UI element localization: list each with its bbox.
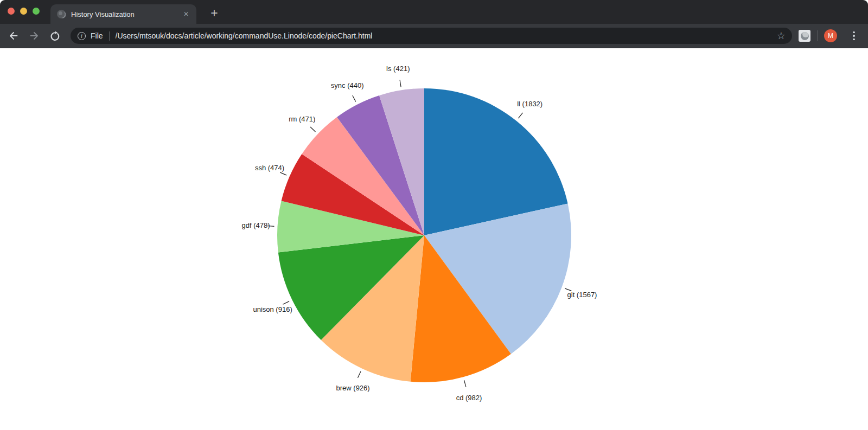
forward-arrow-icon: [29, 30, 40, 41]
window-zoom-button[interactable]: [33, 8, 40, 15]
pie-label-unison: unison (916): [253, 305, 292, 313]
pie-chart: ll (1832)git (1567)cd (982)brew (926)uni…: [0, 48, 868, 430]
browser-menu-icon[interactable]: [850, 29, 858, 42]
pie-label-git: git (1567): [567, 291, 597, 299]
pie-label-tick-rm: [310, 127, 315, 132]
browser-toolbar: i File /Users/mtsouk/docs/article/workin…: [0, 24, 868, 48]
url-chip-divider: [109, 31, 110, 41]
url-bar[interactable]: i File /Users/mtsouk/docs/article/workin…: [71, 28, 792, 44]
pie-label-tick-brew: [358, 371, 360, 378]
pie-label-tick-ls: [400, 80, 401, 87]
new-tab-button[interactable]: +: [206, 5, 222, 21]
pie-label-tick-unison: [283, 301, 289, 305]
url-scheme-chip: File: [91, 31, 103, 40]
pie-label-brew: brew (926): [336, 384, 370, 392]
pie-label-ssh: ssh (474): [255, 164, 284, 172]
pie-label-tick-sync: [353, 95, 356, 102]
tab-close-icon[interactable]: ✕: [181, 9, 191, 19]
forward-button[interactable]: [28, 29, 41, 42]
pie-label-ls: ls (421): [386, 65, 410, 73]
pie-label-tick-ssh: [280, 172, 286, 175]
pie-label-gdf: gdf (478): [242, 221, 270, 229]
extension-icon[interactable]: [799, 30, 810, 42]
page-content: ll (1832)git (1567)cd (982)brew (926)uni…: [0, 48, 868, 430]
reload-button[interactable]: [48, 29, 61, 42]
back-button[interactable]: [7, 29, 20, 42]
bookmark-star-icon[interactable]: ☆: [777, 31, 786, 41]
window-close-button[interactable]: [8, 8, 15, 15]
profile-avatar[interactable]: M: [824, 29, 837, 42]
toolbar-divider: [817, 30, 818, 41]
pie-label-tick-cd: [464, 380, 465, 387]
tab-strip: History Visualization ✕ +: [0, 0, 868, 24]
pie-label-tick-ll: [518, 113, 522, 118]
pie-label-ll: ll (1832): [517, 100, 542, 108]
tab-history-visualization[interactable]: History Visualization ✕: [50, 4, 196, 24]
tab-favicon-icon: [57, 10, 66, 18]
url-text[interactable]: /Users/mtsouk/docs/article/working/comma…: [116, 31, 373, 40]
page-info-icon[interactable]: i: [78, 32, 86, 40]
tab-title: History Visualization: [71, 10, 181, 18]
pie-label-sync: sync (440): [331, 81, 364, 89]
window-minimize-button[interactable]: [20, 8, 27, 15]
window-controls: [8, 8, 40, 15]
reload-icon: [49, 30, 61, 42]
pie-label-rm: rm (471): [289, 115, 315, 123]
back-arrow-icon: [8, 30, 19, 41]
pie-label-cd: cd (982): [456, 394, 482, 402]
